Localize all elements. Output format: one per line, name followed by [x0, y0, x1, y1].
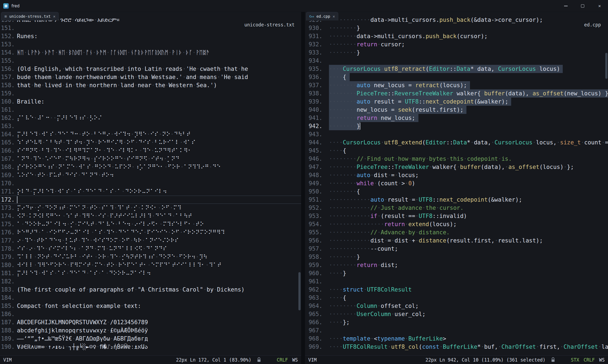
code-line[interactable]: 934.: [305, 57, 608, 65]
code-line[interactable]: 944.····CursorLocus·utf8_extend(Editor::…: [305, 138, 608, 147]
code-line[interactable]: 947.········PieceTree::TreeWalker·walker…: [305, 163, 608, 171]
pane-splitter[interactable]: [301, 12, 305, 364]
code-line[interactable]: 188.abcdefghijklmnopqrstuvwxyz·£©µÀÆÖÞßé…: [0, 326, 301, 335]
vertical-scrollbar-right[interactable]: [605, 53, 607, 79]
code-line[interactable]: 948.········auto·dist·=·locus;: [305, 171, 608, 179]
code-line[interactable]: 966.····};: [305, 318, 608, 326]
code-line[interactable]: 949.········while·(count·>·0): [305, 179, 608, 187]
close-button[interactable]: ✕: [591, 0, 608, 12]
code-line[interactable]: 175.⠁·⠙⠕⠕⠗⠤⠝⠁⠊⠇⠲·⡊·⠍⠊⠣⠞·⠙⠁⠧⠑·⠃⠑⠲·⠔⠊⠇⠔⠫⠂·…: [0, 220, 301, 228]
code-line[interactable]: 939.········auto·result·=·UTF8::next_cod…: [305, 98, 608, 106]
vim-mode-indicator[interactable]: VIM: [308, 357, 317, 363]
code-line[interactable]: 968.····template·<typename·BufferLike>: [305, 335, 608, 343]
code-line[interactable]: 937.········auto·new_locus·=·retract(loc…: [305, 81, 608, 89]
code-line[interactable]: 182.: [0, 277, 301, 286]
code-line[interactable]: 169.⠡⠕⠎⠑·⠞⠕·⠏⠥⠞·⠙⠊⠎·⠙⠁⠝⠙·⠞⠕⠲: [0, 171, 301, 179]
code-line[interactable]: 938.········PieceTree::ReverseTreeWalker…: [305, 89, 608, 98]
code-line[interactable]: 957.············--count;: [305, 245, 608, 253]
lock-icon[interactable]: [551, 357, 555, 362]
code-line[interactable]: 963.····{: [305, 294, 608, 302]
minimize-button[interactable]: [557, 0, 574, 12]
code-line[interactable]: 178.⠊⠎·⠔·⠹⠑·⠎⠊⠍⠊⠇⠑⠆·⠁⠝⠙·⠍⠹·⠥⠝⠙⠁⠇⠇⠪⠫·⠙⠁⠝⠙…: [0, 245, 301, 253]
code-line[interactable]: 183.(The·first·couple·of·paragraphs·of·"…: [0, 286, 301, 294]
code-line[interactable]: 935.····CursorLocus·utf8_retract(Editor:…: [305, 65, 608, 73]
code-line[interactable]: 933.········}: [305, 48, 608, 57]
stx-indicator[interactable]: STX: [571, 357, 579, 363]
code-line[interactable]: 964.········Column·offset_col;: [305, 302, 608, 310]
tab-ed-cpp[interactable]: C++ ed.cpp ✕: [306, 12, 338, 20]
code-line[interactable]: 956.············dist·=·dist·+·distance(r…: [305, 236, 608, 245]
tab-close-icon[interactable]: ✕: [53, 14, 55, 18]
code-line[interactable]: 953.············if·(result·==·UTF8::inva…: [305, 212, 608, 220]
code-line[interactable]: 930.········}: [305, 24, 608, 32]
code-line[interactable]: 163.: [0, 122, 301, 130]
vertical-scrollbar-left[interactable]: [298, 272, 301, 310]
code-line[interactable]: 189.–—‘“”„†•…‰™œŠŸž€·ΑΒΓΔΩαβγδω·АБВГДабв…: [0, 335, 301, 343]
code-line[interactable]: 951.············auto·result·=·UTF8::next…: [305, 196, 608, 204]
code-line[interactable]: 159.: [0, 89, 301, 98]
code-line[interactable]: 936.····{: [305, 73, 608, 81]
code-line[interactable]: 160.Braille:: [0, 98, 301, 106]
code-line[interactable]: 155.: [0, 57, 301, 65]
tab-unicode-stress-txt[interactable]: ≡ unicode-stress.txt ✕: [1, 12, 59, 20]
code-line[interactable]: 184.: [0, 294, 301, 302]
code-line[interactable]: 929.············data->multi_cursors.push…: [305, 16, 608, 24]
code-line[interactable]: 166.⠎⠊⠛⠝⠫·⠃⠹·⠹⠑·⠊⠇⠻⠛⠹⠍⠁⠝⠂·⠹⠑·⠊⠇⠻⠅⠂·⠹⠑·⠥⠝…: [0, 147, 301, 155]
code-line[interactable]: 154.ᚻᛖ·ᚳᚹᚫᚦ·ᚦᚫᛏ·ᚻᛖ·ᛒᚢᛞᛖ·ᚩᚾ·ᚦᚫᛗ·ᛚᚪᚾᛞᛖ·ᚾᚩᚱ…: [0, 48, 301, 57]
code-line[interactable]: 967.: [305, 326, 608, 335]
lock-icon[interactable]: [257, 357, 261, 362]
code-line[interactable]: 960.····}: [305, 269, 608, 277]
tab-close-icon[interactable]: ✕: [333, 14, 335, 18]
code-line[interactable]: 969.····UTF8ColResult·utf8_col(const·Buf…: [305, 343, 608, 351]
code-line[interactable]: 165.⠱⠁⠞⠑⠧⠻·⠁⠃⠳⠞·⠹⠁⠞⠲·⡹⠑·⠗⠑⠛⠊⠌⠻·⠕⠋·⠙⠊⠎·⠃⠥…: [0, 138, 301, 147]
code-line[interactable]: 176.⠗⠑⠛⠜⠙·⠁·⠊⠕⠋⠋⠔⠤⠝⠁⠊⠇·⠁⠎·⠹⠑·⠙⠑⠁⠙⠑⠌·⠏⠊⠑⠊…: [0, 228, 301, 236]
ws-indicator[interactable]: WS: [292, 357, 298, 363]
code-line[interactable]: 177.⠔·⠹⠑·⠞⠗⠁⠙⠑⠲·⡃⠥⠞·⠹⠑·⠺⠊⠎⠙⠕⠍·⠕⠋·⠳⠗·⠁⠝⠊⠑…: [0, 236, 301, 245]
crlf-indicator[interactable]: CRLF: [277, 357, 288, 363]
code-line[interactable]: 959.········return·dist;: [305, 261, 608, 269]
code-line[interactable]: 940.········new_locus·=·seek(result.firs…: [305, 106, 608, 114]
editor-pane-left[interactable]: 150.እግዜር·የከፈተውን·ጉሮሮ·ሳይዘጋው·አይድርም።151.152.…: [0, 12, 301, 355]
code-line[interactable]: 965.········UserColumn·user_col;: [305, 310, 608, 318]
ws-indicator[interactable]: WS: [599, 357, 605, 363]
code-line[interactable]: 942.········}: [305, 122, 608, 130]
code-line[interactable]: 167.⠁⠝⠙·⠹⠑·⠡⠊⠑⠋·⠍⠳⠗⠝⠻⠲·⡎⠊⠗⠕⠕⠛⠑·⠎⠊⠛⠝⠫·⠊⠞⠲…: [0, 155, 301, 163]
code-line[interactable]: 946.········//·Find·out·how·many·bytes·t…: [305, 155, 608, 163]
code-line[interactable]: 172.: [0, 196, 301, 204]
code-line[interactable]: 164.⡍⠜⠇⠑⠹·⠺⠁⠎·⠙⠑⠁⠙⠒·⠞⠕·⠃⠑⠛⠔·⠺⠊⠹⠲·⡹⠻⠑·⠊⠎·…: [0, 130, 301, 138]
code-line[interactable]: 950.········{: [305, 187, 608, 196]
code-line[interactable]: 185.Compact·font·selection·example·text:: [0, 302, 301, 310]
code-line[interactable]: 180.⠺⠊⠇⠇·⠹⠻⠑⠋⠕⠗⠑·⠏⠻⠍⠊⠞·⠍⠑·⠞⠕·⠗⠑⠏⠑⠁⠞⠂·⠑⠍⠏…: [0, 261, 301, 269]
code-line[interactable]: 152.Runes:: [0, 32, 301, 40]
code-line[interactable]: 943.: [305, 130, 608, 138]
code-line[interactable]: 187.ABCDEFGHIJKLMNOPQRSTUVWXYZ·/01234567…: [0, 318, 301, 326]
editor-pane-right[interactable]: 929.············data->multi_cursors.push…: [305, 12, 608, 355]
code-line[interactable]: 962.····struct·UTF8ColResult: [305, 286, 608, 294]
code-line[interactable]: 955.············//·Advance·by·distance.: [305, 228, 608, 236]
code-line[interactable]: 161.: [0, 106, 301, 114]
code-line[interactable]: 179.⠩⠁⠇⠇·⠝⠕⠞·⠙⠊⠌⠥⠗⠃·⠊⠞⠂·⠕⠗·⠹⠑·⡊⠳⠝⠞⠗⠹⠰⠎·⠙…: [0, 253, 301, 261]
code-line[interactable]: 952.············//·Just·advance·the·curs…: [305, 204, 608, 212]
code-line[interactable]: 174.⠪⠝·⠅⠝⠪⠇⠫⠛⠑⠂·⠱⠁⠞·⠹⠻⠑·⠊⠎·⠏⠜⠞⠊⠊⠥⠇⠜⠇⠹·⠙⠑…: [0, 212, 301, 220]
code-line[interactable]: 173.⡍⠔⠙⠖·⡊·⠙⠕⠝⠰⠞·⠍⠑⠁⠝·⠞⠕·⠎⠁⠹·⠹⠁⠞·⡊·⠅⠝⠪⠂·…: [0, 204, 301, 212]
code-line[interactable]: 945.····{: [305, 147, 608, 155]
code-line[interactable]: 168.⡎⠊⠗⠕⠕⠛⠑⠰⠎·⠝⠁⠍⠑·⠺⠁⠎·⠛⠕⠕⠙·⠥⠏⠕⠝·⠰⡡⠁⠝⠛⠑⠂…: [0, 163, 301, 171]
code-line[interactable]: 961.: [305, 277, 608, 286]
code-line[interactable]: 181.⡍⠜⠇⠑⠹·⠺⠁⠎·⠁⠎·⠙⠑⠁⠙·⠁⠎·⠁·⠙⠕⠕⠗⠤⠝⠁⠊⠇⠲: [0, 269, 301, 277]
code-line[interactable]: 958.········}: [305, 253, 608, 261]
code-line[interactable]: 941.········return·new_locus;: [305, 114, 608, 122]
code-line[interactable]: 931.········data->multi_cursors.push_bac…: [305, 32, 608, 40]
code-line[interactable]: 954.················return·extend(locus)…: [305, 220, 608, 228]
maximize-button[interactable]: [574, 0, 591, 12]
code-line[interactable]: 186.: [0, 310, 301, 318]
code-line[interactable]: 153.: [0, 40, 301, 48]
code-line[interactable]: 170.: [0, 179, 301, 187]
code-line[interactable]: 158.that·he·lived·in·the·northern·land·n…: [0, 81, 301, 89]
vim-mode-indicator[interactable]: VIM: [3, 357, 12, 363]
code-line[interactable]: 190.∀∂∈ℝ∧∪≡∞·↑↗↨↻⇣·┐┼╔╘░►☺♀·ﬁ�⑀₂ἠḂӥẄɐː⍎א…: [0, 343, 301, 351]
crlf-indicator[interactable]: CRLF: [584, 357, 595, 363]
code-line[interactable]: 162.⡌⠁⠧⠑·⠼⠁⠒··⡍⠜⠇⠑⠹⠰⠎·⡣⠕⠌: [0, 114, 301, 122]
code-line[interactable]: 157.bude·thaem·lande·northweardum·with·t…: [0, 73, 301, 81]
code-line[interactable]: 156.(Old·English,·which·transcribed·into…: [0, 65, 301, 73]
code-line[interactable]: 932.········return·cursor;: [305, 40, 608, 48]
